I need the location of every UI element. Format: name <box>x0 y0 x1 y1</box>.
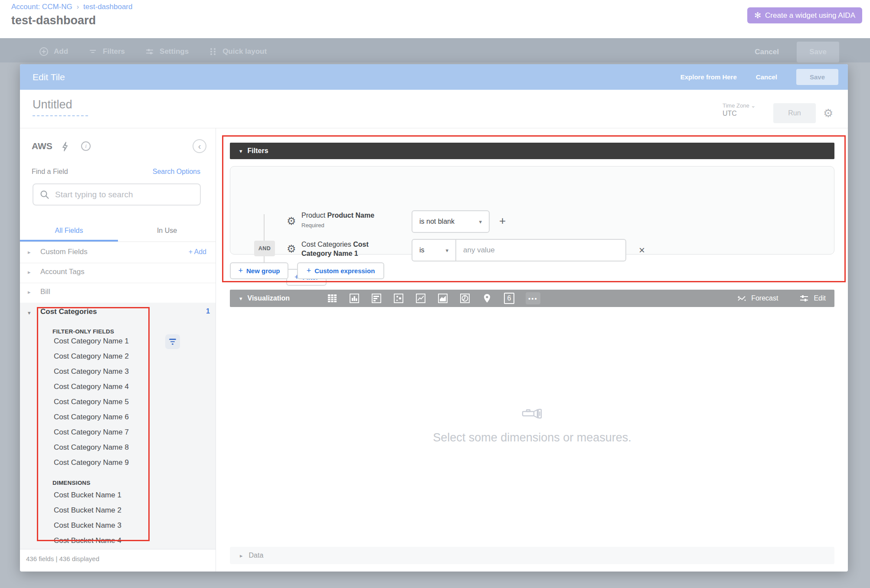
field-cost-category-name-4[interactable]: Cost Category Name 4 <box>54 382 129 391</box>
field-cost-category-name-9[interactable]: Cost Category Name 9 <box>54 458 129 467</box>
custom-expression-button[interactable]: + Custom expression <box>297 262 384 279</box>
filter-by-field-button[interactable] <box>165 334 180 349</box>
field-cost-category-name-3[interactable]: Cost Category Name 3 <box>54 367 129 376</box>
explore-name: AWS <box>32 141 52 151</box>
toolbar-filters-label: Filters <box>103 47 125 56</box>
toolbar-save-button[interactable]: Save <box>797 42 839 62</box>
edit-label: Edit <box>814 294 826 302</box>
filter-lines-icon <box>88 47 98 56</box>
line-chart-viz-icon[interactable] <box>415 292 427 304</box>
dashboard-toolbar-dimmed: Add Filters Settings Quick layout Cancel… <box>0 38 870 62</box>
caret-down-icon: ▾ <box>239 295 242 302</box>
toolbar-filters-button[interactable]: Filters <box>88 47 125 56</box>
tile-name-input[interactable]: Untitled <box>33 98 72 111</box>
section-label: Account Tags <box>40 268 85 276</box>
cost-categories-count-badge: 1 <box>206 307 210 315</box>
data-section-header[interactable]: ▸ Data <box>230 547 834 564</box>
tile-name-underline <box>33 115 88 116</box>
filters-section-header[interactable]: ▾ Filters <box>230 143 834 159</box>
forecast-button[interactable]: Forecast <box>736 294 778 303</box>
new-group-button[interactable]: + New group <box>230 262 288 279</box>
screen: Account: CCM-NG › test-dashboard test-da… <box>0 0 870 588</box>
field-cost-bucket-name-4[interactable]: Cost Bucket Name 4 <box>54 536 121 545</box>
table-viz-icon[interactable] <box>326 292 338 304</box>
area-chart-viz-icon[interactable] <box>437 292 449 304</box>
tab-all-fields[interactable]: All Fields <box>20 222 118 242</box>
breadcrumb-account-link[interactable]: Account: CCM-NG <box>11 3 72 11</box>
edit-visualization-button[interactable]: Edit <box>799 294 826 303</box>
field-cost-bucket-name-3[interactable]: Cost Bucket Name 3 <box>54 521 121 530</box>
sidebar-item-bill[interactable]: ▸ Bill <box>20 283 216 303</box>
search-icon <box>39 189 50 200</box>
filter-only-fields-header: FILTER-ONLY FIELDS <box>52 328 114 335</box>
field-tabs: All Fields In Use <box>20 222 216 242</box>
data-section-label: Data <box>249 552 264 559</box>
dimensions-header: DIMENSIONS <box>52 480 91 486</box>
edit-tile-modal: Edit Tile Explore from Here Cancel Save … <box>20 64 848 572</box>
filters-title: Filters <box>248 147 268 155</box>
field-cost-bucket-name-1[interactable]: Cost Bucket Name 1 <box>54 491 121 500</box>
visualization-title: Visualization <box>248 294 290 302</box>
create-widget-aida-button[interactable]: ✻ Create a widget using AIDA <box>747 7 862 23</box>
modal-title: Edit Tile <box>33 72 65 82</box>
edit-sliders-icon <box>799 294 809 303</box>
field-picker-sidebar: AWS i ‹ Find a Field Search Options All … <box>20 128 216 572</box>
find-a-field-label: Find a Field <box>32 168 68 176</box>
tile-settings-gear-icon[interactable]: ⚙ <box>823 107 833 120</box>
add-filter-value-button[interactable]: + <box>499 214 506 228</box>
breadcrumb-current-link[interactable]: test-dashboard <box>83 3 132 11</box>
filter-icon <box>169 339 176 340</box>
field-search-box[interactable] <box>33 183 201 206</box>
sidebar-item-custom-fields[interactable]: ▸ Custom Fields + Add <box>20 243 216 263</box>
field-cost-bucket-name-2[interactable]: Cost Bucket Name 2 <box>54 506 121 515</box>
modal-cancel-button[interactable]: Cancel <box>756 73 777 81</box>
filter-field-gear-icon[interactable]: ⚙ <box>287 243 296 255</box>
chevron-down-icon: ▾ <box>445 247 448 254</box>
empty-state-message: Select some dimensions or measures. <box>433 431 631 444</box>
aida-sparkle-icon: ✻ <box>754 11 761 20</box>
toolbar-settings-button[interactable]: Settings <box>145 47 189 56</box>
add-custom-field-button[interactable]: + Add <box>189 248 206 256</box>
and-logic-chip[interactable]: AND <box>254 241 275 256</box>
lightning-bolt-icon <box>61 141 69 152</box>
field-cost-category-name-5[interactable]: Cost Category Name 5 <box>54 398 129 406</box>
remove-filter-icon[interactable]: × <box>639 244 645 256</box>
filter-operator-dropdown[interactable]: is ▾ <box>412 239 456 261</box>
column-chart-viz-icon[interactable] <box>348 292 360 304</box>
filter-field-gear-icon[interactable]: ⚙ <box>287 215 296 227</box>
toolbar-add-button[interactable]: Add <box>39 47 68 56</box>
sidebar-item-cost-categories[interactable]: Cost Categories <box>40 307 97 316</box>
modal-save-button[interactable]: Save <box>796 69 838 85</box>
single-value-viz-icon[interactable]: 6 <box>503 292 515 304</box>
field-cost-category-name-1[interactable]: Cost Category Name 1 <box>54 337 129 346</box>
toolbar-cancel-button[interactable]: Cancel <box>755 48 779 56</box>
sidebar-item-account-tags[interactable]: ▸ Account Tags <box>20 263 216 283</box>
filter-value-input[interactable] <box>456 239 626 261</box>
tab-in-use[interactable]: In Use <box>118 222 216 242</box>
chevron-left-icon: ‹ <box>198 141 201 151</box>
explore-main-panel: ▾ Filters ⚙ Product Product Name Require… <box>216 128 848 572</box>
field-cost-category-name-2[interactable]: Cost Category Name 2 <box>54 352 129 361</box>
collapse-sidebar-button[interactable]: ‹ <box>193 139 206 153</box>
search-options-link[interactable]: Search Options <box>153 168 200 176</box>
explore-from-here-button[interactable]: Explore from Here <box>680 73 737 81</box>
field-cost-category-name-6[interactable]: Cost Category Name 6 <box>54 413 129 421</box>
field-cost-category-name-8[interactable]: Cost Category Name 8 <box>54 443 129 452</box>
field-search-input[interactable] <box>55 190 185 199</box>
visualization-section-header[interactable]: ▾ Visualization <box>230 290 834 307</box>
map-viz-icon[interactable] <box>481 292 493 304</box>
divider <box>20 549 216 549</box>
toolbar-quick-layout-button[interactable]: Quick layout <box>209 47 267 56</box>
run-button[interactable]: Run <box>773 103 816 123</box>
info-icon[interactable]: i <box>81 141 91 151</box>
toolbar-add-label: Add <box>54 47 68 56</box>
field-cost-category-name-7[interactable]: Cost Category Name 7 <box>54 428 129 437</box>
more-viz-types-icon[interactable]: ••• <box>525 292 541 304</box>
timezone-dropdown[interactable]: Time Zone ⌄ <box>723 102 756 109</box>
pie-chart-viz-icon[interactable] <box>459 292 471 304</box>
bar-chart-viz-icon[interactable] <box>370 292 383 304</box>
chevron-down-icon: ▾ <box>479 219 482 225</box>
filter-operator-dropdown[interactable]: is not blank ▾ <box>412 210 490 233</box>
scatter-viz-icon[interactable] <box>392 292 405 304</box>
divider <box>20 242 216 242</box>
